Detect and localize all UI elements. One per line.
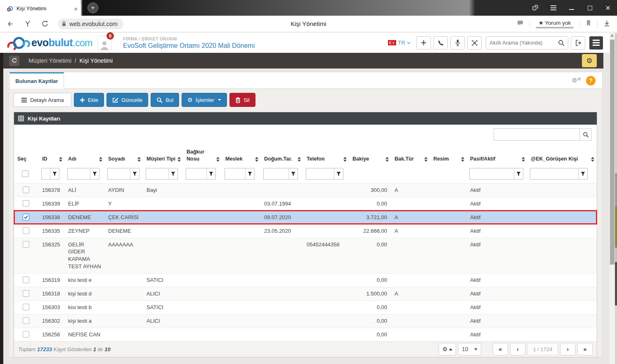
smart-search-field[interactable] (486, 36, 568, 50)
table-row[interactable]: 156303kisi testi bSATICI0,00Aktif (14, 301, 597, 314)
filter-input-telefon[interactable] (306, 168, 334, 179)
sort-icon[interactable] (591, 157, 594, 163)
filter-meslek[interactable] (225, 168, 255, 180)
new-tab-button[interactable]: + (87, 2, 98, 13)
select-all-checkbox[interactable] (22, 170, 28, 177)
filter-input-soyadi[interactable] (108, 168, 130, 179)
table-row[interactable]: 156256NEFİSE CAN0,00Aktif (14, 328, 597, 341)
filter-input-dogum[interactable] (264, 168, 288, 179)
sort-icon[interactable] (461, 157, 464, 163)
col-header-adi[interactable]: Adı (65, 144, 105, 167)
page-indicator-input[interactable]: 1 / 1724 (527, 343, 558, 355)
row-checkbox[interactable] (23, 200, 29, 207)
table-row[interactable]: 156319kisi testi eSATICI0,00Aktif (14, 274, 597, 287)
filter-bagkur[interactable] (186, 168, 216, 180)
col-header-bagkur[interactable]: Bağkur Nosu (183, 144, 222, 167)
sort-icon[interactable] (385, 157, 389, 163)
col-header-meslek[interactable]: Meslek (222, 144, 261, 167)
grid-search-button[interactable] (579, 128, 592, 141)
sort-icon[interactable] (522, 157, 525, 163)
logout-button[interactable] (571, 36, 585, 50)
table-row[interactable]: 156335ZEYNEPDENEME23.05.202022.666,00AAk… (14, 224, 597, 238)
comment-icon[interactable] (517, 20, 524, 28)
filter-dogum[interactable] (263, 168, 298, 180)
filter-adi[interactable] (67, 168, 99, 180)
sort-icon[interactable] (298, 157, 301, 163)
sort-icon[interactable] (255, 157, 258, 163)
filter-id[interactable] (41, 168, 59, 180)
filter-input-pasif[interactable] (470, 168, 514, 179)
tab-close-icon[interactable]: × (74, 5, 78, 12)
page-size-select[interactable]: 10 (458, 343, 481, 355)
search-icon[interactable] (558, 40, 565, 46)
table-row[interactable]: 156338DENEMEÇEK CARİSİ09.07.20203.721,00… (14, 210, 597, 224)
row-checkbox[interactable] (23, 214, 29, 220)
bookmark-icon[interactable] (586, 20, 591, 28)
sort-icon[interactable] (59, 157, 62, 163)
maximize-button[interactable] (581, 0, 599, 16)
phone-button[interactable] (433, 36, 448, 50)
col-header-resim[interactable]: Resim (430, 144, 467, 167)
row-checkbox[interactable] (23, 187, 29, 193)
funnel-icon[interactable] (334, 168, 343, 179)
download-icon[interactable] (603, 20, 610, 28)
filter-input-adi[interactable] (68, 168, 90, 179)
col-header-bakiye[interactable]: Bakiye (349, 144, 391, 167)
funnel-icon[interactable] (168, 168, 177, 179)
scroll-up-arrow[interactable] (610, 34, 614, 37)
find-button[interactable]: Bul (151, 93, 179, 107)
funnel-icon[interactable] (578, 168, 587, 179)
funnel-icon[interactable] (288, 168, 298, 179)
browser-menu-icon[interactable] (544, 0, 563, 16)
filter-input-tip[interactable] (146, 168, 168, 179)
row-checkbox[interactable] (23, 304, 29, 310)
forward-icon[interactable] (21, 17, 35, 31)
window-close-button[interactable]: ✕ (599, 0, 617, 16)
evobulut-logo[interactable]: evobulut.com (5, 34, 92, 52)
refresh-breadcrumb-button[interactable] (9, 56, 19, 66)
row-checkbox[interactable] (23, 277, 29, 283)
detailed-search-button[interactable]: Detaylı Arama (14, 93, 71, 107)
app-menu-button[interactable] (589, 36, 603, 50)
grid-search-input[interactable] (494, 128, 579, 141)
tab-bulunan-kayitlar[interactable]: Bulunan Kayıtlar (9, 72, 64, 89)
page-settings-button[interactable]: ⚙ (582, 54, 597, 67)
grid-settings-icon[interactable]: ⚙⚙ (572, 77, 581, 84)
filter-input-meslek[interactable] (225, 168, 245, 179)
col-header-pasif[interactable]: Pasif/Aktif (467, 144, 527, 167)
funnel-icon[interactable] (245, 168, 254, 179)
minimize-button[interactable] (563, 0, 581, 16)
prev-page-button[interactable]: ‹ (510, 343, 525, 355)
back-icon[interactable] (3, 17, 17, 31)
operations-button[interactable]: ⚙ İşlemler (182, 93, 227, 107)
funnel-icon[interactable] (206, 168, 215, 179)
rating-widget[interactable]: ★Yorum yok (536, 19, 574, 28)
add-button[interactable]: Ekle (74, 93, 104, 107)
profile-avatar[interactable]: 0 (97, 35, 111, 50)
filter-input-ek[interactable] (530, 168, 578, 179)
filter-input-bagkur[interactable] (186, 168, 206, 179)
table-row[interactable]: 156318kişi testi dALICI1.500,00AAktif (14, 287, 597, 301)
row-checkbox[interactable] (23, 227, 29, 234)
col-header-telefon[interactable]: Telefon (303, 144, 349, 167)
col-header-ek[interactable]: @EK_Görüşen Kişi (527, 144, 597, 167)
row-checkbox[interactable] (23, 317, 29, 324)
language-selector[interactable]: TR (388, 40, 411, 46)
delete-button[interactable]: Sil (229, 93, 255, 107)
col-header-baktur[interactable]: Bak.Tür (391, 144, 430, 167)
sort-icon[interactable] (343, 157, 347, 163)
filter-tip[interactable] (146, 168, 178, 180)
col-header-soyadi[interactable]: Soyadı (105, 144, 143, 167)
smart-search-input[interactable] (489, 40, 558, 46)
col-header-tip[interactable]: Müşteri Tipi (143, 144, 183, 167)
table-row[interactable]: 156325GELİRGİDERKAPAMATEST AYHANAAAAAAA0… (14, 238, 597, 274)
filter-soyadi[interactable] (107, 168, 139, 180)
col-header-dogum[interactable]: Doğum.Tar. (261, 144, 303, 167)
table-row[interactable]: 156339ELİFY03.07.19940,00Aktif (14, 197, 597, 210)
tab-preview-icon[interactable] (526, 0, 544, 16)
funnel-icon[interactable] (90, 168, 99, 179)
filter-ek[interactable] (530, 168, 588, 180)
sort-icon[interactable] (177, 157, 181, 163)
next-page-button[interactable]: › (560, 343, 575, 355)
address-bar[interactable]: web.evobulut.com (58, 19, 123, 29)
